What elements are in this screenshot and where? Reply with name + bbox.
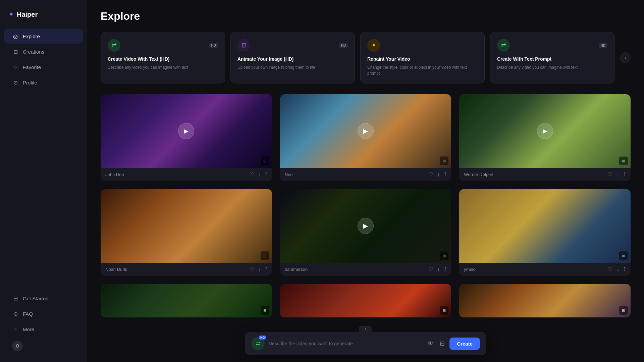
sidebar: ✦ Haiper ◎ Explore ⊟ Creations ♡ Favorit… xyxy=(0,0,87,362)
share-button-ghost[interactable]: ⤴ xyxy=(444,266,446,273)
logo-icon: ✦ xyxy=(8,10,14,19)
expand-button-ghost[interactable]: ⊞ xyxy=(440,251,448,260)
creations-icon: ⊟ xyxy=(12,48,19,55)
video-thumb-ghost[interactable]: ▶ ⊞ xyxy=(280,189,451,263)
video-author-desert: Noah Durik xyxy=(105,267,127,272)
feature-title-1: Create Video With Text (HD) xyxy=(108,56,218,62)
feature-title-4: Create With Text Prompt xyxy=(497,56,607,62)
play-button-ghost[interactable]: ▶ xyxy=(358,218,374,234)
video-card-temple: ⊞ xyxy=(101,284,272,317)
expand-button-cat[interactable]: ⊞ xyxy=(619,157,628,165)
video-thumb-mario[interactable]: ▶ ⊞ xyxy=(280,94,451,168)
like-button-bears[interactable]: ♡ xyxy=(249,171,254,178)
feature-card-animate-image[interactable]: ⊡ HD Animate Your Image (HD) Upload your… xyxy=(230,32,355,83)
download-button-mario[interactable]: ↓ xyxy=(437,172,440,178)
video-card-bears: ▶ ⊞ John Doe ♡ ↓ ⤴ xyxy=(101,94,272,181)
expand-button-red[interactable]: ⊞ xyxy=(440,306,448,315)
like-button-cat[interactable]: ♡ xyxy=(608,171,612,178)
expand-button-temple[interactable]: ⊞ xyxy=(261,306,269,315)
video-thumb-panda[interactable]: ⊞ xyxy=(459,189,631,263)
prompt-input[interactable] xyxy=(269,341,422,346)
sidebar-item-faq-label: FAQ xyxy=(23,311,33,317)
video-card-ghost: ▶ ⊞ bammerson ♡ ↓ ⤴ xyxy=(280,189,451,276)
like-button-desert[interactable]: ♡ xyxy=(249,266,254,273)
sidebar-item-profile-label: Profile xyxy=(23,80,37,85)
explore-icon: ◎ xyxy=(12,33,19,40)
create-text-icon: ⇌ xyxy=(497,39,510,52)
sidebar-item-creations[interactable]: ⊟ Creations xyxy=(4,44,83,59)
eye-button[interactable]: 👁 xyxy=(426,339,435,349)
like-button-ghost[interactable]: ♡ xyxy=(428,266,433,273)
video-thumb-temple[interactable]: ⊞ xyxy=(101,284,272,317)
feature-card-repaint-video[interactable]: ✦ HD Repaint Your Video Change the style… xyxy=(360,32,485,83)
hd-badge-4: HD xyxy=(599,43,607,48)
download-button-cat[interactable]: ↓ xyxy=(616,172,619,178)
create-button[interactable]: Create xyxy=(449,338,480,350)
expand-button-bears[interactable]: ⊞ xyxy=(261,157,269,165)
sidebar-bottom: ⊟ Get Started ⊙ FAQ ≡ More ⚙ xyxy=(0,286,87,355)
download-button-panda[interactable]: ↓ xyxy=(616,266,619,273)
video-author-cat: Werner Delport xyxy=(464,172,493,177)
video-grid: ▶ ⊞ John Doe ♡ ↓ ⤴ ▶ ⊞ Neo xyxy=(101,94,631,317)
sidebar-item-get-started[interactable]: ⊟ Get Started xyxy=(4,291,83,306)
sidebar-item-favorite[interactable]: ♡ Favorite xyxy=(4,60,83,74)
play-button-mario[interactable]: ▶ xyxy=(358,123,374,139)
faq-icon: ⊙ xyxy=(12,310,19,317)
feature-card-create-text-prompt[interactable]: ⇌ HD Create With Text Prompt Describe an… xyxy=(490,32,614,83)
share-button-bears[interactable]: ⤴ xyxy=(265,172,267,178)
share-button-desert[interactable]: ⤴ xyxy=(265,266,267,273)
video-thumb-cat[interactable]: ▶ ⊞ xyxy=(459,94,631,168)
feature-title-2: Animate Your Image (HD) xyxy=(237,56,348,62)
video-thumb-red[interactable]: ⊞ xyxy=(280,284,451,317)
play-button-cat[interactable]: ▶ xyxy=(537,123,553,139)
expand-button-panda[interactable]: ⊞ xyxy=(619,251,628,260)
share-button-mario[interactable]: ⤴ xyxy=(444,172,446,178)
sidebar-item-favorite-label: Favorite xyxy=(23,64,41,70)
sidebar-item-explore[interactable]: ◎ Explore xyxy=(4,29,83,44)
video-thumb-desert[interactable]: ⊞ xyxy=(101,189,272,263)
download-button-bears[interactable]: ↓ xyxy=(258,172,261,178)
video-card-sunset: ⊞ xyxy=(459,284,631,317)
share-button-panda[interactable]: ⤴ xyxy=(623,266,626,273)
sidebar-item-creations-label: Creations xyxy=(23,49,44,55)
repaint-video-icon: ✦ xyxy=(367,39,380,52)
sidebar-item-faq[interactable]: ⊙ FAQ xyxy=(4,306,83,321)
settings-icon: ⚙ xyxy=(12,341,23,351)
video-author-ghost: bammerson xyxy=(285,267,308,272)
main-nav: ◎ Explore ⊟ Creations ♡ Favorite ⊙ Profi… xyxy=(0,28,87,90)
share-button-cat[interactable]: ⤴ xyxy=(623,172,626,178)
main-content: Explore ⇌ HD Create Video With Text (HD)… xyxy=(87,0,644,362)
create-video-icon: ⇌ xyxy=(108,39,120,52)
expand-button-mario[interactable]: ⊞ xyxy=(440,157,448,165)
feature-card-create-video-text[interactable]: ⇌ HD Create Video With Text (HD) Describ… xyxy=(101,32,225,83)
like-button-mario[interactable]: ♡ xyxy=(428,171,433,178)
hd-badge-1: HD xyxy=(209,43,218,48)
feature-desc-2: Upload your own image to bring them to l… xyxy=(237,64,348,70)
download-button-desert[interactable]: ↓ xyxy=(258,266,261,273)
video-thumb-sunset[interactable]: ⊞ xyxy=(459,284,631,317)
settings-adjust-button[interactable]: ⊟ xyxy=(438,339,446,349)
video-thumb-bears[interactable]: ▶ ⊞ xyxy=(101,94,272,168)
get-started-icon: ⊟ xyxy=(12,295,19,302)
video-card-panda: ⊞ ymiao ♡ ↓ ⤴ xyxy=(459,189,631,276)
video-card-mario: ▶ ⊞ Neo ♡ ↓ ⤴ xyxy=(280,94,451,181)
animate-image-icon: ⊡ xyxy=(237,39,250,52)
sidebar-item-profile[interactable]: ⊙ Profile xyxy=(4,75,83,90)
prompt-bar: ∧ ⇌ HD 👁 ⊟ Create xyxy=(245,332,486,355)
video-author-bears: John Doe xyxy=(105,172,124,177)
collapse-button[interactable]: ∧ xyxy=(359,326,372,332)
download-button-ghost[interactable]: ↓ xyxy=(437,266,440,273)
expand-button-sunset[interactable]: ⊞ xyxy=(619,306,628,315)
like-button-panda[interactable]: ♡ xyxy=(608,266,612,273)
video-card-cat: ▶ ⊞ Werner Delport ♡ ↓ ⤴ xyxy=(459,94,631,181)
sidebar-item-more[interactable]: ≡ More xyxy=(4,322,83,337)
hd-badge-2: HD xyxy=(339,43,348,48)
expand-button-desert[interactable]: ⊞ xyxy=(261,251,269,260)
feature-title-3: Repaint Your Video xyxy=(367,56,478,62)
scroll-right-button[interactable]: › xyxy=(620,52,631,63)
profile-icon: ⊙ xyxy=(12,79,19,86)
play-button-bears[interactable]: ▶ xyxy=(178,123,194,139)
settings-button[interactable]: ⚙ xyxy=(4,337,83,355)
more-icon: ≡ xyxy=(12,326,19,333)
logo: ✦ Haiper xyxy=(0,7,87,28)
